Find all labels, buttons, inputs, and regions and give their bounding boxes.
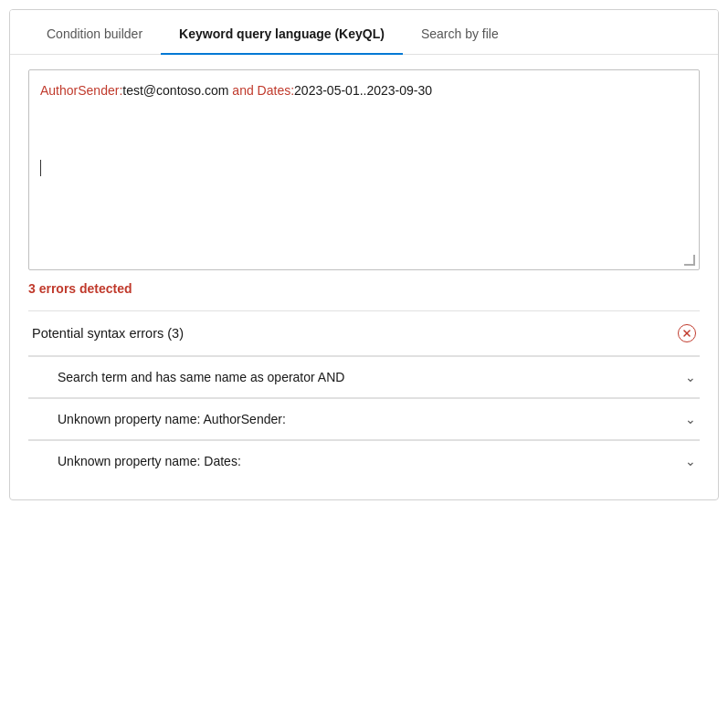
- tab-search-by-file[interactable]: Search by file: [403, 10, 517, 54]
- accordion-item-2-controls: ⌄: [685, 412, 696, 426]
- accordion-syntax-errors-title: Potential syntax errors (3): [32, 326, 184, 341]
- text-cursor: [40, 160, 41, 176]
- accordion-item-1: Search term and has same name as operato…: [28, 356, 700, 397]
- tab-keyql[interactable]: Keyword query language (KeyQL): [161, 10, 403, 54]
- accordion-item-2: Unknown property name: AuthorSender: ⌄: [28, 398, 700, 439]
- errors-summary: 3 errors detected: [28, 281, 700, 296]
- query-value-email: test@contoso.com: [122, 83, 228, 98]
- query-editor[interactable]: AuthorSender:test@contoso.com and Dates:…: [28, 69, 700, 270]
- accordion-syntax-errors-controls: [678, 324, 696, 342]
- query-operator-and: and: [232, 83, 253, 98]
- query-value-dates: 2023-05-01..2023-09-30: [294, 83, 432, 98]
- tab-condition-builder[interactable]: Condition builder: [28, 10, 161, 54]
- chevron-3-icon: ⌄: [685, 454, 696, 468]
- content-area: AuthorSender:test@contoso.com and Dates:…: [10, 55, 718, 499]
- accordion-syntax-errors: Potential syntax errors (3): [28, 311, 700, 355]
- main-container: Condition builder Keyword query language…: [9, 9, 719, 500]
- accordion-item-3: Unknown property name: Dates: ⌄: [28, 440, 700, 481]
- accordion-item-2-label: Unknown property name: AuthorSender:: [58, 412, 286, 426]
- error-close-icon[interactable]: [678, 324, 696, 342]
- chevron-1-icon: ⌄: [685, 370, 696, 384]
- accordion-item-1-label: Search term and has same name as operato…: [58, 370, 344, 384]
- accordion-syntax-errors-header[interactable]: Potential syntax errors (3): [28, 311, 700, 355]
- query-keyword-authorsender: AuthorSender:: [40, 83, 122, 98]
- accordion-item-3-label: Unknown property name: Dates:: [58, 454, 241, 468]
- chevron-2-icon: ⌄: [685, 412, 696, 426]
- accordion-item-3-controls: ⌄: [685, 454, 696, 468]
- accordion-item-1-header[interactable]: Search term and has same name as operato…: [54, 357, 700, 397]
- query-keyword-dates: Dates:: [258, 83, 294, 98]
- accordion-item-2-header[interactable]: Unknown property name: AuthorSender: ⌄: [54, 399, 700, 439]
- accordion-item-1-controls: ⌄: [685, 370, 696, 384]
- accordion-item-3-header[interactable]: Unknown property name: Dates: ⌄: [54, 441, 700, 481]
- tab-bar: Condition builder Keyword query language…: [10, 10, 718, 55]
